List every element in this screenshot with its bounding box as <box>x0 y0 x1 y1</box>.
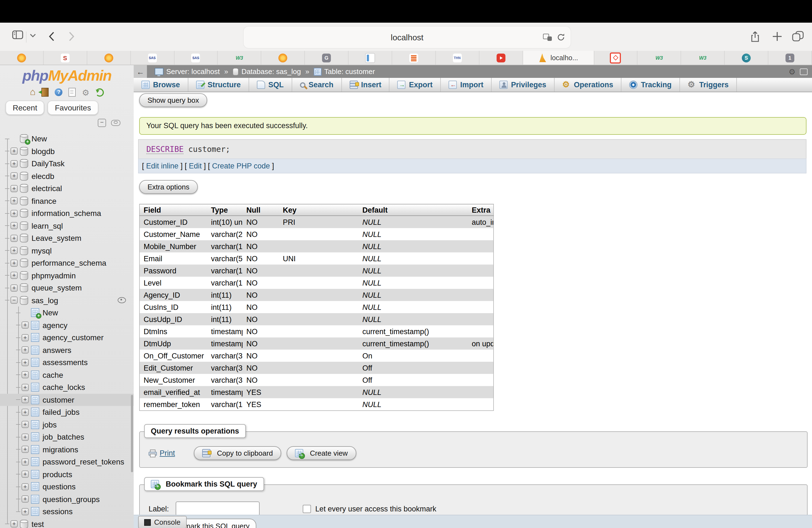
create-php-code-link[interactable]: Create PHP code <box>212 162 270 170</box>
tree-expander-icon[interactable] <box>21 446 29 453</box>
tree-expander-icon[interactable] <box>21 458 29 466</box>
edit-inline-link[interactable]: Edit inline <box>146 162 178 170</box>
table-row[interactable]: DtmUdp timestamp NO current_timestamp() … <box>140 337 494 350</box>
tree-expander-icon[interactable] <box>21 409 29 416</box>
tree-expander-icon[interactable] <box>11 520 18 528</box>
breadcrumb-table[interactable]: Table: customer <box>314 68 375 76</box>
menu-tab[interactable]: Search <box>292 78 342 92</box>
tree-item[interactable]: performance_schema <box>0 257 134 269</box>
breadcrumb-database[interactable]: Database: sas_log <box>233 68 301 76</box>
tree-item[interactable]: questions <box>0 481 134 493</box>
browser-tab[interactable] <box>768 51 812 64</box>
tree-expander-icon[interactable] <box>21 396 29 404</box>
tree-expander-icon[interactable] <box>21 496 29 503</box>
tree-expander-icon[interactable] <box>11 235 18 242</box>
tree-item[interactable]: sas_log <box>0 294 134 307</box>
column-header[interactable]: Key <box>279 204 359 216</box>
tree-expander-icon[interactable] <box>21 471 29 478</box>
new-tab-button[interactable] <box>772 31 782 41</box>
breadcrumb-back-button[interactable]: ← <box>134 65 147 78</box>
menu-tab[interactable]: Privileges <box>492 78 555 92</box>
reload-icon[interactable] <box>557 33 565 41</box>
tree-item[interactable]: question_groups <box>0 493 134 505</box>
tree-expander-icon[interactable] <box>21 508 29 515</box>
tree-expander-icon[interactable] <box>11 297 18 304</box>
refresh-icon[interactable] <box>96 88 104 97</box>
link-panel-icon[interactable] <box>111 120 120 126</box>
tree-item[interactable]: DailyTask <box>0 157 134 170</box>
tree-expander-icon[interactable] <box>11 160 18 167</box>
browser-tab[interactable] <box>392 51 436 64</box>
browser-tab[interactable] <box>349 51 392 64</box>
table-row[interactable]: CusUdp_ID int(11) NO NULL <box>140 313 494 325</box>
tree-item[interactable]: learn_sql <box>0 220 134 232</box>
tree-item[interactable]: migrations <box>0 443 134 456</box>
tree-item[interactable]: products <box>0 468 134 481</box>
tree-expander-icon[interactable] <box>11 210 18 217</box>
tree-item[interactable]: password_reset_tokens <box>0 456 134 468</box>
recent-dropdown[interactable]: Recent <box>5 101 44 115</box>
tree-expander-icon[interactable] <box>11 260 18 267</box>
tab-overview-button[interactable] <box>792 31 804 41</box>
menu-tab[interactable]: Insert <box>342 78 390 92</box>
toggle-panel-icon[interactable] <box>800 68 808 75</box>
column-header[interactable]: Default <box>359 204 468 216</box>
eye-icon[interactable] <box>118 297 126 304</box>
tree-expander-icon[interactable] <box>11 173 18 180</box>
tree-expander-icon[interactable] <box>11 197 18 205</box>
address-bar[interactable]: localhost <box>243 26 571 48</box>
favourites-dropdown[interactable]: Favourites <box>48 101 98 115</box>
help-icon[interactable]: ? <box>55 88 63 96</box>
tree-expander-icon[interactable] <box>11 185 18 192</box>
menu-tab[interactable]: Export <box>390 78 441 92</box>
tree-item[interactable]: elecdb <box>0 170 134 182</box>
back-button[interactable] <box>48 31 55 41</box>
tree-expander-icon[interactable] <box>21 371 29 379</box>
logout-icon[interactable] <box>42 88 49 97</box>
browser-tab[interactable] <box>44 51 87 64</box>
browser-tab[interactable] <box>305 51 349 64</box>
tree-item[interactable]: electrical <box>0 182 134 195</box>
column-header[interactable]: Null <box>243 204 279 216</box>
translate-icon[interactable] <box>543 34 552 41</box>
print-link[interactable]: Print <box>149 449 175 457</box>
menu-tab[interactable]: Import <box>441 78 492 92</box>
tree-item[interactable]: jobs <box>0 419 134 431</box>
page-settings-gear-icon[interactable]: ⚙ <box>788 67 795 76</box>
table-row[interactable]: New_Customer varchar(3) NO Off <box>140 374 494 386</box>
tree-item[interactable]: Leave_system <box>0 232 134 245</box>
tree-expander-icon[interactable] <box>11 148 18 155</box>
column-header[interactable]: Type <box>207 204 243 216</box>
tree-expander-icon[interactable] <box>21 434 29 441</box>
tree-expander-icon[interactable] <box>21 483 29 490</box>
tree-item[interactable]: finance <box>0 195 134 207</box>
tree-item[interactable]: sessions <box>0 505 134 518</box>
tree-item[interactable]: answers <box>0 344 134 356</box>
tree-item[interactable]: agency <box>0 319 134 332</box>
tree-expander-icon[interactable] <box>11 247 18 254</box>
tree-item[interactable]: mysql <box>0 245 134 257</box>
tree-item[interactable]: blogdb <box>0 145 134 157</box>
browser-tab[interactable]: localho... <box>523 51 594 64</box>
table-row[interactable]: On_Off_Customer varchar(3) NO On <box>140 350 494 362</box>
column-header[interactable]: Extra <box>468 204 494 216</box>
tree-expander-icon[interactable] <box>21 359 29 366</box>
sidebar-scrollbar[interactable] <box>131 395 133 472</box>
edit-link[interactable]: Edit <box>189 162 202 170</box>
bookmark-label-input[interactable] <box>176 501 260 515</box>
extra-options-button[interactable]: Extra options <box>139 180 198 194</box>
every-user-checkbox[interactable] <box>303 504 311 513</box>
home-icon[interactable]: ⌂ <box>30 88 35 97</box>
table-row[interactable]: remember_token varchar(100) YES NULL <box>140 398 494 411</box>
tree-item[interactable]: New <box>0 307 134 319</box>
create-view-button[interactable]: Create view <box>287 446 356 460</box>
collapse-all-icon[interactable] <box>98 119 106 127</box>
phpmyadmin-logo[interactable]: phpMyAdmin <box>0 68 134 85</box>
tree-item[interactable]: cache <box>0 369 134 381</box>
table-row[interactable]: Edit_Customer varchar(3) NO Off <box>140 362 494 374</box>
menu-tab[interactable]: Triggers <box>680 78 737 92</box>
tree-expander-icon[interactable] <box>21 384 29 391</box>
table-row[interactable]: Password varchar(100) NO NULL <box>140 265 494 277</box>
menu-tab[interactable]: Browse <box>134 78 188 92</box>
show-query-box-button[interactable]: Show query box <box>139 93 207 107</box>
